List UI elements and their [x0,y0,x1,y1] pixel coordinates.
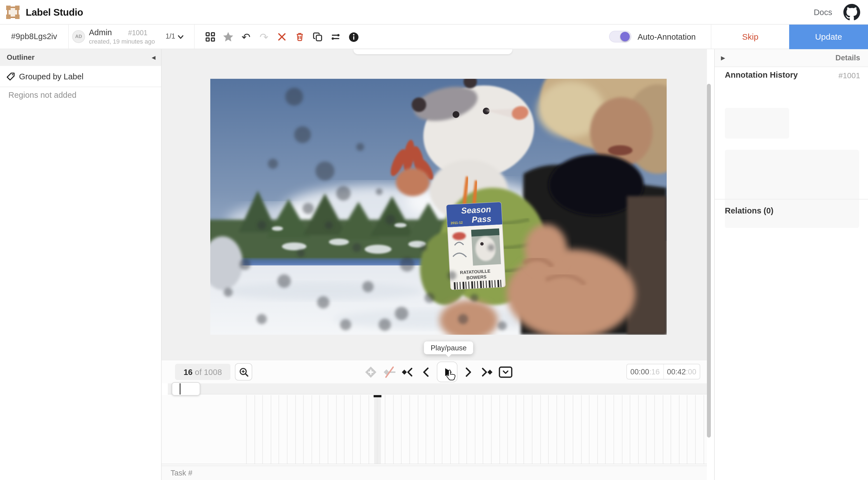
annotation-pager: 1/1 [165,25,175,48]
relations-title: Relations (0) [725,206,773,215]
label-studio-logo-icon[interactable] [6,5,20,20]
ground-truth-star-icon[interactable] [220,29,236,45]
video-frame[interactable]: Season Pass 2011-12 RATATOUILLE BOWERS [210,79,666,335]
time-duration: 00:42:00 [663,364,700,379]
keyframe-interpolation-icon[interactable] [381,364,397,380]
time-display: 00:00:16 00:42:00 [626,364,700,379]
auto-annotation-toggle[interactable] [609,31,631,42]
annotation-selector[interactable]: AD Admin #1001 created, 19 minutes ago 1… [69,25,195,48]
time-position: 00:00:16 [627,364,663,379]
history-placeholder [725,108,789,139]
group-by-label-selector[interactable]: Grouped by Label [0,66,161,87]
outliner-title: Outliner [7,49,35,66]
delete-annotation-icon[interactable] [292,29,308,45]
app-header: Label Studio Docs [0,0,868,25]
details-title: Details [835,49,860,67]
chevron-down-icon[interactable] [177,34,184,40]
app-title: Label Studio [26,0,83,25]
toolbar-icon-group: ↶ ↷ [203,29,361,45]
reject-annotation-icon[interactable] [274,29,290,45]
undo-icon[interactable]: ↶ [238,29,254,45]
frame-current: 16 [183,367,192,376]
annotator-name: Admin [89,28,112,37]
details-panel: ▶ Details Annotation History #1001 Relat… [714,49,868,480]
seek-track[interactable] [168,383,707,395]
current-frame-column [374,395,381,465]
frames-timeline[interactable] [162,395,707,465]
prev-frame-icon[interactable] [418,364,434,380]
grid-view-icon[interactable] [203,29,218,45]
annotation-history-title: Annotation History [725,70,798,79]
tag-icon [6,72,15,81]
docs-link[interactable]: Docs [814,0,832,25]
frame-total: of 1008 [195,367,222,376]
floating-toolbar-edge [353,49,512,54]
auto-annotation-label: Auto-Annotation [638,25,696,49]
play-pause-button[interactable] [437,362,458,382]
avatar: AD [72,30,85,43]
redo-icon[interactable]: ↷ [256,29,272,45]
annotation-history-id: #1001 [838,71,860,80]
play-pause-tooltip: Play/pause [424,341,473,354]
details-header: ▶ Details [715,49,868,67]
collapse-timeline-button[interactable] [497,364,514,380]
svg-text:2011-12: 2011-12 [451,220,463,225]
collapse-left-icon[interactable]: ◀ [152,49,155,66]
svg-text:Pass: Pass [471,214,492,225]
annotation-created: created, 19 minutes ago [89,38,155,45]
group-by-label-text: Grouped by Label [19,66,84,87]
current-frame-marker[interactable] [374,395,381,397]
svg-text:Season: Season [461,205,491,215]
info-icon[interactable] [346,29,361,45]
task-id: #9pb8Lgs2iv [0,25,69,48]
seek-viewport-handle[interactable] [172,382,200,396]
skip-button[interactable]: Skip [711,25,789,48]
outliner-panel: Outliner ◀ Grouped by Label Regions not … [0,49,162,480]
annotation-id: #1001 [128,29,148,37]
label-studio-app: Label Studio Docs #9pb8Lgs2iv AD Admin #… [0,0,868,480]
vertical-scrollbar[interactable] [707,84,711,438]
keyframe-add-icon[interactable] [363,364,379,380]
player-controls [363,362,514,382]
seek-playhead[interactable] [180,383,181,395]
expand-right-icon[interactable]: ▶ [721,49,725,67]
task-number-label: Task # [170,466,192,480]
duplicate-annotation-icon[interactable] [310,29,326,45]
github-icon[interactable] [843,4,860,21]
task-footer: Task # [162,466,714,480]
update-button[interactable]: Update [789,25,868,49]
frame-counter[interactable]: 16 of 1008 [175,364,230,380]
next-frame-icon[interactable] [460,364,476,380]
history-placeholder [725,150,859,228]
relations-divider [715,199,868,200]
next-keyframe-icon[interactable] [479,364,494,380]
settings-transfer-icon[interactable] [328,29,343,45]
outliner-header: Outliner ◀ [0,49,161,66]
zoom-in-button[interactable] [235,363,252,381]
annotation-toolbar: #9pb8Lgs2iv AD Admin #1001 created, 19 m… [0,25,868,49]
toggle-knob [620,32,630,41]
regions-empty-text: Regions not added [8,91,76,99]
prev-keyframe-icon[interactable] [400,364,415,380]
